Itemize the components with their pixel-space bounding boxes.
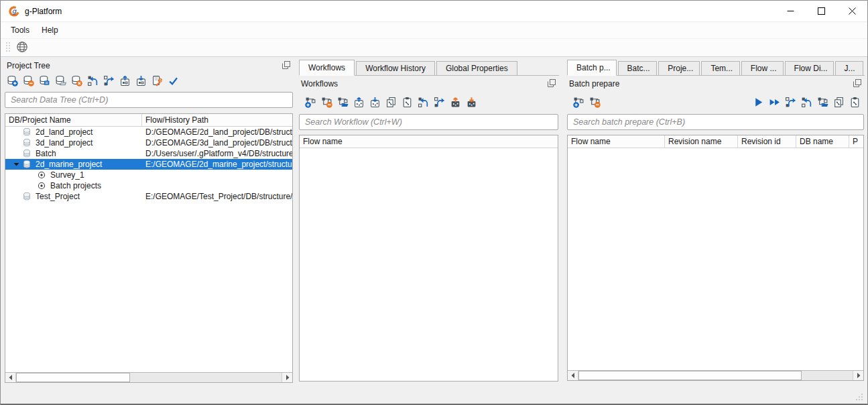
tree-row-2d-land-project[interactable]: 2d_land_projectD:/GEOMAGE/2d_land_projec…: [5, 127, 292, 137]
project-tree-h-scrollbar[interactable]: [5, 372, 292, 382]
copy-workflow-button[interactable]: [383, 95, 398, 109]
column-header-revision-name[interactable]: Revision name: [665, 135, 738, 148]
close-button[interactable]: [836, 1, 867, 21]
tree-row-survey-1[interactable]: Survey_1: [5, 170, 292, 180]
remove-database-button[interactable]: [21, 73, 36, 88]
run-button[interactable]: [751, 95, 765, 109]
remove-workflow-button[interactable]: [319, 95, 334, 109]
paste-workflow-button[interactable]: [399, 95, 414, 109]
maximize-button[interactable]: [806, 1, 836, 21]
tab-batc[interactable]: Batc...: [618, 61, 658, 75]
app-window: g g-Platform Tools Help Project Tree: [0, 0, 868, 405]
export-database-button[interactable]: [117, 73, 132, 88]
menu-help[interactable]: Help: [36, 23, 64, 37]
resize-grip[interactable]: [855, 392, 863, 401]
commit-workflow-button[interactable]: [448, 95, 462, 109]
undo-button[interactable]: [799, 95, 814, 109]
redo-button[interactable]: [432, 95, 446, 109]
tree-row-3d-land-project[interactable]: 3d_land_projectD:/GEOMAGE/3d_land_projec…: [5, 137, 292, 148]
main-area: Project Tree DB/Project NameFlow/History…: [1, 58, 867, 384]
tab-workflow-history[interactable]: Workflow History: [356, 61, 435, 75]
tab-j[interactable]: J...: [835, 61, 863, 75]
workflows-table-header: Flow name: [300, 135, 558, 148]
tree-item-label: 2d_land_project: [36, 127, 92, 137]
scroll-left-arrow[interactable]: [5, 373, 16, 382]
database-icon: [21, 127, 32, 137]
add-database-button[interactable]: [5, 73, 19, 88]
column-header-p[interactable]: P: [849, 135, 863, 148]
undo-button[interactable]: [85, 73, 100, 88]
database-icon: [21, 138, 32, 148]
redo-icon: [785, 97, 796, 108]
open-flow-button[interactable]: [815, 95, 830, 109]
open-workflow-button[interactable]: [335, 95, 350, 109]
tab-proje[interactable]: Proje...: [658, 61, 700, 75]
column-header-revision-id[interactable]: Revision id: [738, 135, 796, 148]
add-workflow-button[interactable]: [303, 95, 318, 109]
scroll-track[interactable]: [16, 373, 282, 382]
column-header-flow-name[interactable]: Flow name: [568, 135, 665, 148]
column-header-flow-name[interactable]: Flow name: [300, 135, 558, 148]
workflows-panel: WorkflowsWorkflow HistoryGlobal Properti…: [299, 58, 559, 384]
checkout-workflow-button[interactable]: [464, 95, 479, 109]
app-logo-icon: g: [9, 6, 19, 17]
undo-icon: [418, 97, 429, 108]
tree-item-path: E:/GEOMAGE/2d_marine_project/structure: [142, 160, 292, 169]
project-tree-float-button[interactable]: [281, 61, 292, 71]
tree-row-batch-projects[interactable]: Batch projects: [5, 180, 292, 191]
run-all-button[interactable]: [767, 95, 782, 109]
tab-flow[interactable]: Flow ...: [741, 61, 784, 75]
scroll-right-arrow[interactable]: [282, 373, 292, 382]
tab-batch-p[interactable]: Batch p...: [567, 60, 617, 76]
scroll-track[interactable]: [578, 371, 853, 380]
toolbar-grip-handle[interactable]: [5, 42, 11, 54]
minimize-button[interactable]: [775, 1, 806, 21]
globe-button[interactable]: [14, 40, 30, 56]
batch-float-button[interactable]: [852, 79, 863, 89]
import-workflow-icon: [369, 97, 381, 108]
paste-flow-button[interactable]: [847, 95, 862, 109]
undo-button[interactable]: [416, 95, 430, 109]
scroll-thumb[interactable]: [578, 371, 802, 380]
redo-icon: [103, 75, 115, 86]
tree-row-2d-marine-project[interactable]: 2d_marine_projectE:/GEOMAGE/2d_marine_pr…: [5, 159, 292, 170]
project-tree-panel: Project Tree DB/Project NameFlow/History…: [5, 58, 294, 384]
database-properties-button[interactable]: [37, 73, 52, 88]
remove-batch-flow-button[interactable]: [587, 95, 602, 109]
scroll-right-arrow[interactable]: [853, 371, 863, 380]
export-workflow-button[interactable]: [351, 95, 366, 109]
redo-icon: [434, 97, 445, 108]
scroll-thumb[interactable]: [16, 373, 130, 382]
validate-button[interactable]: [166, 73, 180, 88]
column-header-db-name[interactable]: DB name: [796, 135, 849, 148]
duplicate-database-button[interactable]: [53, 73, 68, 88]
column-header-db-project-name[interactable]: DB/Project Name: [5, 114, 142, 126]
menu-tools[interactable]: Tools: [5, 23, 36, 37]
tree-row-test-project[interactable]: Test_ProjectE:/GEOMAGE/Test_Project/DB/s…: [5, 191, 292, 202]
workflows-float-button[interactable]: [546, 79, 557, 89]
tab-global-properties[interactable]: Global Properties: [436, 61, 517, 75]
scroll-left-arrow[interactable]: [568, 371, 578, 380]
repair-database-button[interactable]: [149, 73, 164, 88]
batch-h-scrollbar[interactable]: [568, 370, 863, 380]
add-batch-flow-button[interactable]: [571, 95, 586, 109]
undo-icon: [87, 75, 99, 86]
redo-button[interactable]: [783, 95, 798, 109]
batch-toolbar: [567, 93, 865, 111]
import-workflow-button[interactable]: [367, 95, 382, 109]
redo-button[interactable]: [101, 73, 116, 88]
tab-workflows[interactable]: Workflows: [299, 60, 355, 76]
tree-row-batch[interactable]: BatchD:/Users/user/.gPlatform_v4/DB/stru…: [5, 148, 292, 159]
close-database-button[interactable]: [69, 73, 84, 88]
column-header-flow-history-path[interactable]: Flow/History Path: [142, 114, 292, 126]
copy-flow-button[interactable]: [831, 95, 846, 109]
tab-flow-di[interactable]: Flow Di...: [785, 61, 834, 75]
workflow-search-input[interactable]: [299, 114, 558, 130]
database-properties-icon: [39, 75, 50, 86]
batch-search-input[interactable]: [567, 114, 864, 130]
expander-icon[interactable]: [11, 162, 21, 168]
project-tree-search-input[interactable]: [5, 92, 293, 108]
import-database-button[interactable]: [133, 73, 148, 88]
workflows-table-body: [300, 148, 558, 381]
tab-tem[interactable]: Tem...: [701, 61, 739, 75]
